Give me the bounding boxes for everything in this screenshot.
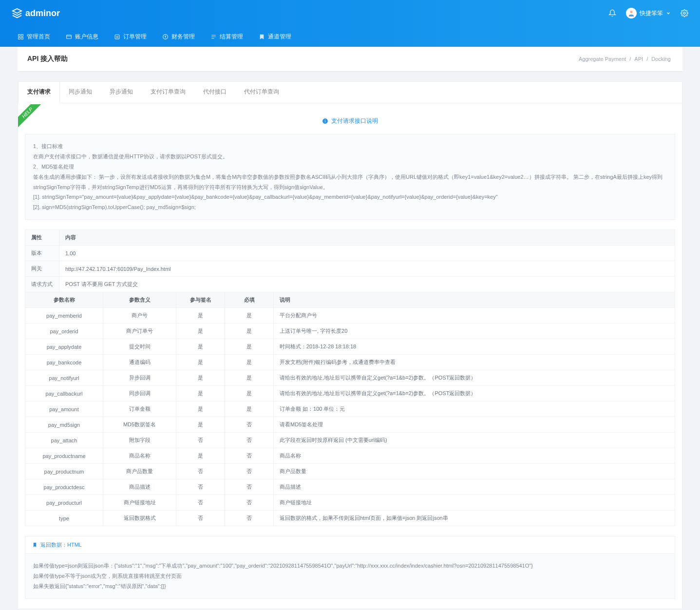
- param-name: pay_producturl: [25, 495, 103, 511]
- tab-payout[interactable]: 代付接口: [194, 82, 235, 103]
- param-required: 否: [225, 417, 274, 433]
- param-name: pay_bankcode: [25, 355, 103, 370]
- param-sign: 是: [176, 401, 225, 417]
- svg-point-1: [683, 12, 685, 14]
- nav-label: 财务管理: [171, 33, 195, 41]
- param-meaning: 提交时间: [103, 339, 176, 355]
- info-val: http://47.242.170.147:60109/Pay_Index.ht…: [59, 261, 675, 277]
- crumb-leaf: Docking: [651, 56, 671, 62]
- brand-text: adminor: [25, 8, 60, 19]
- param-desc: 请看MD5签名处理: [274, 417, 675, 433]
- bell-icon[interactable]: [608, 9, 616, 17]
- tab-sync-notify[interactable]: 同步通知: [60, 82, 101, 103]
- param-meaning: 同步回调: [103, 386, 176, 401]
- param-meaning: 商户品数量: [103, 464, 176, 479]
- crumb-mid[interactable]: API: [634, 56, 643, 62]
- return-line: 如果传值type不等于json或为空，则系统直接将转跳至支付页面: [33, 571, 667, 581]
- param-meaning: 商户链接地址: [103, 495, 176, 511]
- param-meaning: 商户订单号: [103, 324, 176, 339]
- return-line: 如果传值type=json则返回json串：{"ststus":"1","msg…: [33, 561, 667, 571]
- param-desc: 订单金额 如：100 单位：元: [274, 401, 675, 417]
- param-sign: 是: [176, 370, 225, 386]
- param-desc: 时间格式：2018-12-28 18:18:18: [274, 339, 675, 355]
- nav-label: 管理首页: [27, 33, 50, 41]
- nav-dashboard[interactable]: 管理首页: [18, 33, 50, 41]
- param-desc: 平台分配商户号: [274, 308, 675, 324]
- tab-async-notify[interactable]: 异步通知: [101, 82, 142, 103]
- nav-settlement[interactable]: 结算管理: [210, 33, 243, 41]
- param-meaning: 异步回调: [103, 370, 176, 386]
- param-meaning: 通道编码: [103, 355, 176, 370]
- notice-title: 支付请求接口说明: [25, 113, 675, 134]
- nav-channel[interactable]: 通道管理: [259, 33, 291, 41]
- tabs: 支付请求 同步通知 异步通知 支付订单查询 代付接口 代付订单查询: [18, 82, 682, 103]
- table-row: 版本1.00: [25, 246, 675, 261]
- info-head-attr: 属性: [25, 230, 59, 246]
- param-required: 是: [225, 308, 274, 324]
- user-menu[interactable]: 快捷笨笨: [626, 8, 671, 19]
- param-name: pay_productdesc: [25, 479, 103, 495]
- nav-orders[interactable]: 订单管理: [114, 33, 147, 41]
- param-name: pay_notifyurl: [25, 370, 103, 386]
- page-title: API 接入帮助: [27, 55, 68, 63]
- main-nav: 管理首页 账户信息 订单管理 财务管理 结算管理 通道管理: [0, 26, 700, 47]
- param-desc: 商品描述: [274, 479, 675, 495]
- desc-line: 1、接口标准: [33, 141, 667, 152]
- info-head-content: 内容: [59, 230, 675, 246]
- svg-rect-5: [21, 37, 23, 39]
- breadcrumb: Aggregate Payment / API / Docking: [577, 56, 673, 62]
- info-val: POST 请不要用 GET 方式提交: [59, 277, 675, 292]
- nav-account[interactable]: 账户信息: [66, 33, 98, 41]
- gear-icon[interactable]: [681, 9, 688, 17]
- param-sign: 是: [176, 417, 225, 433]
- main-card: 支付请求 同步通知 异步通知 支付订单查询 代付接口 代付订单查询 HELP 支…: [18, 81, 682, 609]
- param-sign: 是: [176, 355, 225, 370]
- param-name: pay_attach: [25, 433, 103, 448]
- svg-rect-11: [325, 119, 325, 120]
- table-row: pay_productnum商户品数量否否商户品数量: [25, 464, 675, 479]
- param-required: 是: [225, 386, 274, 401]
- tab-pay-order-query[interactable]: 支付订单查询: [142, 82, 194, 103]
- help-ribbon: HELP: [18, 104, 41, 128]
- param-name: pay_productname: [25, 448, 103, 464]
- param-meaning: 返回数据格式: [103, 511, 176, 526]
- param-name: pay_productnum: [25, 464, 103, 479]
- param-required: 是: [225, 339, 274, 355]
- desc-line: 在商户支付请求接口中，数据通信是使用HTTP协议，请求数据以POST形式提交。: [33, 152, 667, 162]
- table-row: 请求方式POST 请不要用 GET 方式提交: [25, 277, 675, 292]
- svg-rect-6: [67, 35, 72, 38]
- param-meaning: MD5数据签名: [103, 417, 176, 433]
- return-body: 如果传值type=json则返回json串：{"ststus":"1","msg…: [25, 554, 675, 598]
- param-name: pay_applydate: [25, 339, 103, 355]
- nav-label: 账户信息: [75, 33, 98, 41]
- param-sign: 否: [176, 464, 225, 479]
- table-row: pay_productdesc商品描述否否商品描述: [25, 479, 675, 495]
- tab-pay-request[interactable]: 支付请求: [18, 82, 60, 103]
- param-meaning: 附加字段: [103, 433, 176, 448]
- param-required: 是: [225, 355, 274, 370]
- info-key: 网关: [25, 261, 59, 277]
- return-head: 返回数据：HTML: [25, 536, 675, 554]
- tab-payout-order-query[interactable]: 代付订单查询: [235, 82, 288, 103]
- nav-finance[interactable]: 财务管理: [162, 33, 195, 41]
- topbar: adminor 快捷笨笨: [0, 0, 700, 26]
- param-desc: 上送订单号唯一, 字符长度20: [274, 324, 675, 339]
- param-sign: 否: [176, 511, 225, 526]
- param-name: pay_amount: [25, 401, 103, 417]
- svg-rect-3: [21, 34, 23, 36]
- param-desc: 返回数据的格式，如果不传则返回html页面，如果值=json 则返回json串: [274, 511, 675, 526]
- param-desc: 商户链接地址: [274, 495, 675, 511]
- brand[interactable]: adminor: [12, 8, 60, 19]
- info-table: 属性 内容 版本1.00网关http://47.242.170.147:6010…: [25, 229, 675, 292]
- top-actions: 快捷笨笨: [608, 8, 688, 19]
- param-name: type: [25, 511, 103, 526]
- svg-rect-4: [19, 37, 20, 39]
- table-row: pay_callbackurl同步回调是是请给出有效的地址,地址后可以携带自定义…: [25, 386, 675, 401]
- param-meaning: 商户号: [103, 308, 176, 324]
- table-row: pay_orderid商户订单号是是上送订单号唯一, 字符长度20: [25, 324, 675, 339]
- param-sign: 否: [176, 495, 225, 511]
- param-meaning: 商品名称: [103, 448, 176, 464]
- crumb-root[interactable]: Aggregate Payment: [579, 56, 626, 62]
- table-row: type返回数据格式否否返回数据的格式，如果不传则返回html页面，如果值=js…: [25, 511, 675, 526]
- param-name: pay_md5sign: [25, 417, 103, 433]
